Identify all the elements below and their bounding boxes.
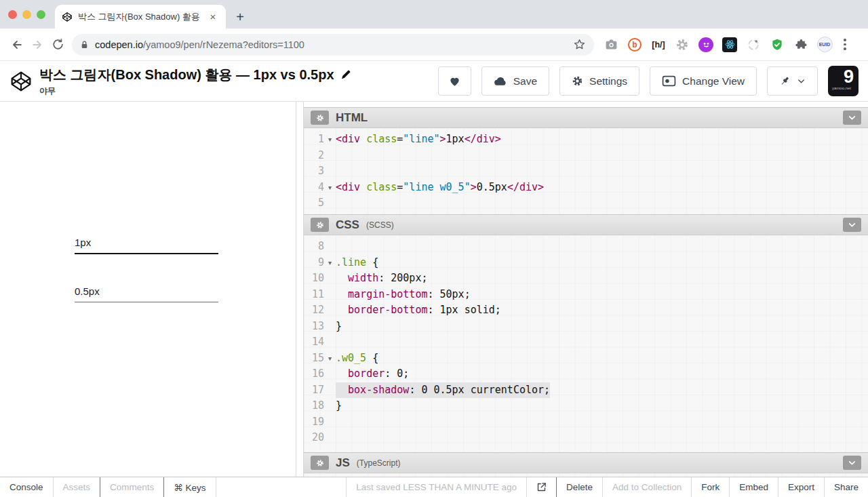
close-window-button[interactable]	[8, 10, 17, 19]
pen-meta: 박스 그림자(Box Shadow) 활용 — 1px vs 0.5px 야무	[39, 66, 351, 97]
fold-gutter	[324, 163, 336, 180]
love-button[interactable]	[438, 66, 471, 96]
new-tab-button[interactable]: +	[230, 7, 250, 27]
profile-avatar[interactable]: 9 yamoo.net	[828, 66, 859, 96]
lock-icon	[80, 40, 89, 49]
line-number: 16	[304, 366, 324, 382]
fold-arrow-icon[interactable]: ▾	[324, 351, 336, 367]
gear-extension-icon[interactable]	[673, 36, 691, 54]
line-number: 8	[304, 239, 324, 255]
code-line[interactable]: 17 box-shadow: 0 0.5px currentColor;	[304, 382, 868, 399]
fold-arrow-icon[interactable]: ▾	[324, 132, 336, 148]
chevron-down-icon	[797, 77, 806, 85]
euid-icon[interactable]: EUID	[816, 36, 833, 54]
change-view-button[interactable]: Change View	[650, 66, 757, 96]
tab-title: 박스 그림자(Box Shadow) 활용 —	[78, 11, 201, 23]
code-line[interactable]: 9▾.line {	[304, 255, 868, 271]
js-settings-gear-icon[interactable]	[311, 456, 329, 470]
code-line[interactable]: 2	[304, 148, 868, 164]
preview-line-1px: 1px	[75, 237, 218, 254]
react-devtools-icon[interactable]	[721, 36, 738, 54]
delete-button[interactable]: Delete	[556, 477, 602, 497]
embed-button[interactable]: Embed	[729, 477, 778, 497]
css-collapse-chevron-icon[interactable]	[843, 218, 861, 232]
edit-title-pencil-icon[interactable]	[340, 69, 351, 80]
settings-button[interactable]: Settings	[559, 66, 639, 96]
fork-button[interactable]: Fork	[691, 477, 729, 497]
code-line[interactable]: 14	[304, 334, 868, 351]
pen-header: 박스 그림자(Box Shadow) 활용 — 1px vs 0.5px 야무 …	[0, 61, 868, 102]
forward-icon[interactable]	[27, 35, 47, 55]
code-line[interactable]: 10 width: 200px;	[304, 271, 868, 287]
share-button[interactable]: Share	[824, 477, 868, 497]
line-number: 9	[304, 255, 324, 271]
html-code-editor[interactable]: 1▾<div class="line">1px</div>234▾<div cl…	[304, 128, 868, 214]
tab-close-icon[interactable]: ×	[207, 11, 219, 23]
css-preprocessor-label: (SCSS)	[366, 220, 394, 230]
lighthouse-icon[interactable]	[745, 36, 762, 54]
camera-icon[interactable]	[602, 36, 620, 54]
puzzle-extension-icon[interactable]	[792, 36, 810, 54]
save-button[interactable]: Save	[481, 66, 549, 96]
code-line[interactable]: 1▾<div class="line">1px</div>	[304, 132, 868, 148]
code-text: width: 200px;	[336, 271, 427, 287]
css-settings-gear-icon[interactable]	[311, 218, 329, 232]
code-text: .w0_5 {	[336, 351, 378, 367]
keys-button[interactable]: ⌘ Keys	[164, 477, 216, 497]
code-line[interactable]: 16 border: 0;	[304, 366, 868, 382]
pen-author[interactable]: 야무	[39, 85, 351, 97]
code-line[interactable]: 11 margin-bottom: 50px;	[304, 287, 868, 303]
back-icon[interactable]	[7, 35, 27, 55]
css-code-editor[interactable]: 89▾.line {10 width: 200px;11 margin-bott…	[304, 235, 868, 452]
code-line[interactable]: 20	[304, 430, 868, 446]
assets-button[interactable]: Assets	[54, 477, 101, 497]
footer-left-group: Console Assets Comments ⌘ Keys	[0, 477, 216, 497]
fold-arrow-icon[interactable]: ▾	[324, 180, 336, 196]
html-settings-gear-icon[interactable]	[311, 111, 329, 125]
bitly-icon[interactable]: b	[626, 36, 644, 54]
editors-column: HTML 1▾<div class="line">1px</div>234▾<d…	[303, 102, 868, 477]
minimize-window-button[interactable]	[22, 10, 31, 19]
js-collapse-chevron-icon[interactable]	[843, 456, 861, 470]
code-line[interactable]: 19	[304, 414, 868, 431]
code-line[interactable]: 8	[304, 239, 868, 255]
line-number: 14	[304, 334, 324, 351]
comments-button[interactable]: Comments	[100, 477, 164, 497]
url-text: codepen.io/yamoo9/pen/rNezema?editors=11…	[95, 39, 567, 50]
bookmark-star-icon[interactable]	[573, 38, 586, 51]
fold-arrow-icon[interactable]: ▾	[324, 255, 336, 271]
zoom-window-button[interactable]	[37, 10, 45, 19]
line-number: 12	[304, 302, 324, 319]
line-number: 18	[304, 398, 324, 414]
browser-tab-strip: 박스 그림자(Box Shadow) 활용 — × +	[0, 0, 868, 28]
console-button[interactable]: Console	[0, 477, 54, 497]
open-live-view-icon[interactable]	[526, 477, 556, 497]
code-line[interactable]: 12 border-bottom: 1px solid;	[304, 302, 868, 319]
code-text: box-shadow: 0 0.5px currentColor;	[336, 382, 550, 399]
code-line[interactable]: 13}	[304, 319, 868, 335]
codepen-logo-icon[interactable]	[9, 70, 33, 93]
code-line[interactable]: 15▾.w0_5 {	[304, 351, 868, 367]
code-text: border: 0;	[336, 366, 409, 382]
purple-assistant-icon[interactable]	[697, 36, 715, 54]
line-number: 15	[304, 351, 324, 367]
avatar-glyph: 9	[844, 66, 854, 87]
code-line[interactable]: 4▾<div class="line w0_5">0.5px</div>	[304, 180, 868, 196]
url-bar[interactable]: codepen.io/yamoo9/pen/rNezema?editors=11…	[72, 34, 594, 56]
line-number: 1	[304, 132, 324, 148]
shield-check-icon[interactable]	[768, 36, 786, 54]
reload-icon[interactable]	[47, 35, 68, 55]
split-resizer-handle[interactable]	[296, 102, 303, 477]
pin-dropdown-button[interactable]	[767, 66, 818, 96]
html-collapse-chevron-icon[interactable]	[843, 111, 861, 125]
code-line[interactable]: 5	[304, 195, 868, 212]
export-button[interactable]: Export	[778, 477, 824, 497]
line-number: 3	[304, 163, 324, 180]
code-line[interactable]: 18}	[304, 398, 868, 414]
browser-menu-icon[interactable]	[840, 39, 850, 50]
add-to-collection-button[interactable]: Add to Collection	[602, 477, 691, 497]
browser-tab[interactable]: 박스 그림자(Box Shadow) 활용 — ×	[55, 5, 226, 28]
h-brackets-icon[interactable]: [h/]	[650, 36, 667, 54]
code-line[interactable]: 3	[304, 163, 868, 180]
js-panel-header: JS (TypeScript)	[304, 452, 868, 473]
